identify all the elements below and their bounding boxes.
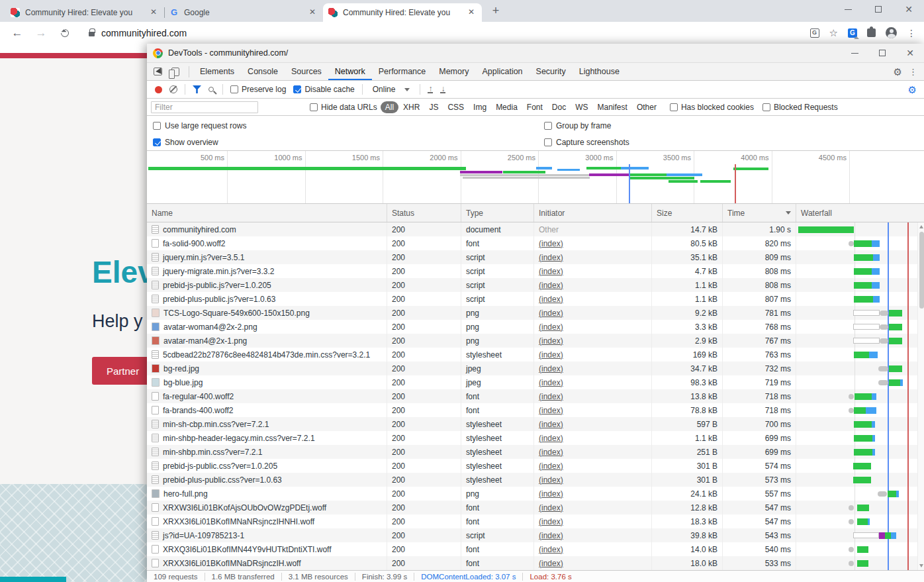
device-toolbar-icon[interactable] [171, 68, 179, 76]
request-row[interactable]: jquery-migrate.min.js?ver=3.3.2200script… [147, 264, 924, 278]
initiator-link[interactable]: (index) [539, 350, 563, 360]
request-row[interactable]: communityhired.com200documentOther14.7 k… [147, 222, 924, 236]
use-large-request-rows-option[interactable]: Use large request rows [153, 121, 246, 130]
initiator-link[interactable]: (index) [539, 461, 563, 471]
request-row[interactable]: 5cdbead22b27876c8ee4824814b473de.min.css… [147, 348, 924, 362]
clear-icon[interactable] [169, 85, 177, 93]
capture-screenshots-checkbox[interactable] [544, 138, 552, 146]
browser-tab[interactable]: Community Hired: Elevate you✕ [323, 3, 482, 22]
network-settings-gear-icon[interactable]: ⚙ [908, 85, 917, 95]
disable-cache-checkbox[interactable] [293, 85, 301, 93]
filter-type-css[interactable]: CSS [443, 101, 469, 113]
import-har-icon[interactable]: ↑ [428, 85, 433, 93]
browser-tab[interactable]: Community Hired: Elevate you✕ [5, 3, 164, 22]
filter-type-media[interactable]: Media [491, 101, 522, 113]
initiator-link[interactable]: (index) [539, 503, 563, 512]
profile-avatar[interactable] [886, 27, 897, 38]
settings-gear-icon[interactable]: ⚙ [894, 67, 902, 77]
initiator-link[interactable]: (index) [539, 448, 563, 457]
initiator-link[interactable]: (index) [539, 545, 563, 554]
initiator-link[interactable]: (index) [539, 559, 563, 568]
filter-type-font[interactable]: Font [522, 101, 547, 113]
filter-funnel-icon[interactable] [193, 85, 201, 93]
filter-type-other[interactable]: Other [632, 101, 661, 113]
initiator-link[interactable]: (index) [539, 517, 563, 526]
request-row[interactable]: bg-blue.jpg200jpeg(index)98.3 kB719 ms [147, 375, 924, 389]
request-row[interactable]: XRXQ3I6Li01BKofIMN44Y9vHUTktDntiXTI.woff… [147, 542, 924, 556]
devtools-menu-icon[interactable]: ⋮ [909, 67, 917, 77]
column-header-time[interactable]: Time [723, 204, 796, 222]
filter-input[interactable] [151, 101, 258, 113]
search-icon[interactable] [208, 87, 214, 92]
devtools-tab-performance[interactable]: Performance [372, 63, 433, 80]
minimize-icon[interactable] [833, 0, 863, 19]
initiator-link[interactable]: (index) [539, 253, 563, 262]
has-blocked-cookies-checkbox[interactable] [670, 103, 678, 111]
initiator-link[interactable]: (index) [539, 364, 563, 373]
initiator-link[interactable]: (index) [539, 489, 563, 499]
column-header-initiator[interactable]: Initiator [534, 204, 652, 222]
tab-close-icon[interactable]: ✕ [466, 7, 477, 18]
extension-badge-icon[interactable]: G [848, 28, 857, 38]
request-row[interactable]: fa-solid-900.woff2200font(index)80.5 kB8… [147, 236, 924, 250]
initiator-link[interactable]: (index) [539, 336, 563, 346]
initiator-link[interactable]: (index) [539, 531, 563, 540]
network-overview[interactable]: 500 ms1000 ms1500 ms2000 ms2500 ms3000 m… [147, 151, 924, 204]
scroll-up-icon[interactable] [919, 225, 923, 228]
show-overview-checkbox[interactable] [153, 138, 161, 146]
filter-type-ws[interactable]: WS [571, 101, 592, 113]
tab-close-icon[interactable]: ✕ [148, 7, 159, 18]
initiator-link[interactable]: (index) [539, 420, 563, 429]
filter-type-doc[interactable]: Doc [547, 101, 571, 113]
use-large-request-rows-checkbox[interactable] [153, 122, 161, 130]
initiator-link[interactable]: (index) [539, 281, 563, 290]
scrollbar[interactable] [917, 222, 924, 570]
request-row[interactable]: TCS-Logo-Square-549x600-150x150.png200pn… [147, 306, 924, 320]
request-row[interactable]: min-sh-cbp.min.css?ver=7.2.1200styleshee… [147, 417, 924, 431]
bookmark-star-icon[interactable]: ☆ [829, 28, 838, 38]
request-row[interactable]: avatar-man4@2x-1.png200png(index)2.9 kB7… [147, 334, 924, 348]
preserve-log-option[interactable]: Preserve log [230, 85, 286, 94]
back-icon[interactable]: ← [11, 26, 24, 40]
devtools-maximize-icon[interactable] [868, 44, 896, 62]
filter-type-all[interactable]: All [381, 101, 398, 113]
column-header-waterfall[interactable]: Waterfall [796, 204, 924, 222]
devtools-tab-memory[interactable]: Memory [432, 63, 475, 80]
inspect-element-icon[interactable] [154, 68, 162, 75]
initiator-link[interactable]: (index) [539, 392, 563, 401]
browser-menu-icon[interactable]: ⋮ [907, 28, 916, 38]
translate-icon[interactable]: G [810, 28, 819, 38]
preserve-log-checkbox[interactable] [230, 85, 238, 93]
devtools-tab-elements[interactable]: Elements [193, 63, 241, 80]
request-row[interactable]: bg-red.jpg200jpeg(index)34.7 kB732 ms [147, 362, 924, 375]
group-by-frame-checkbox[interactable] [544, 122, 552, 130]
devtools-tab-sources[interactable]: Sources [285, 63, 328, 80]
request-row[interactable]: js?id=UA-109785213-1200script(index)39.8… [147, 528, 924, 542]
devtools-tab-security[interactable]: Security [530, 63, 573, 80]
request-row[interactable]: prebid-plus-public.js?ver=1.0.63200scrip… [147, 292, 924, 306]
devtools-tab-lighthouse[interactable]: Lighthouse [573, 63, 626, 80]
has-blocked-cookies-option[interactable]: Has blocked cookies [670, 103, 754, 112]
new-tab-button[interactable]: + [487, 3, 504, 19]
filter-type-manifest[interactable]: Manifest [593, 101, 632, 113]
tab-close-icon[interactable]: ✕ [307, 7, 318, 18]
request-row[interactable]: XRXX3I6Li01BKofIMNaDRsjnczIH.woff200font… [147, 556, 924, 570]
initiator-link[interactable]: (index) [539, 322, 563, 332]
request-row[interactable]: fa-regular-400.woff2200font(index)13.8 k… [147, 389, 924, 403]
request-row[interactable]: min-shbp-header-legacy.min.css?ver=7.2.1… [147, 431, 924, 445]
filter-type-js[interactable]: JS [424, 101, 443, 113]
devtools-tab-console[interactable]: Console [241, 63, 285, 80]
hide-data-urls-option[interactable]: Hide data URLs [310, 103, 377, 112]
column-header-name[interactable]: Name [147, 204, 387, 222]
initiator-link[interactable]: (index) [539, 434, 563, 443]
export-har-icon[interactable]: ↓ [440, 85, 445, 93]
scrollbar-thumb[interactable] [919, 232, 924, 309]
devtools-close-icon[interactable]: ✕ [896, 44, 924, 62]
maximize-icon[interactable] [863, 0, 894, 19]
initiator-link[interactable]: (index) [539, 378, 563, 387]
record-icon[interactable] [155, 86, 162, 93]
request-row[interactable]: avatar-woman4@2x-2.png200png(index)3.3 k… [147, 320, 924, 334]
initiator-link[interactable]: (index) [539, 475, 563, 485]
initiator-link[interactable]: (index) [539, 406, 563, 415]
request-row[interactable]: prebid-js-public.js?ver=1.0.205200script… [147, 278, 924, 292]
